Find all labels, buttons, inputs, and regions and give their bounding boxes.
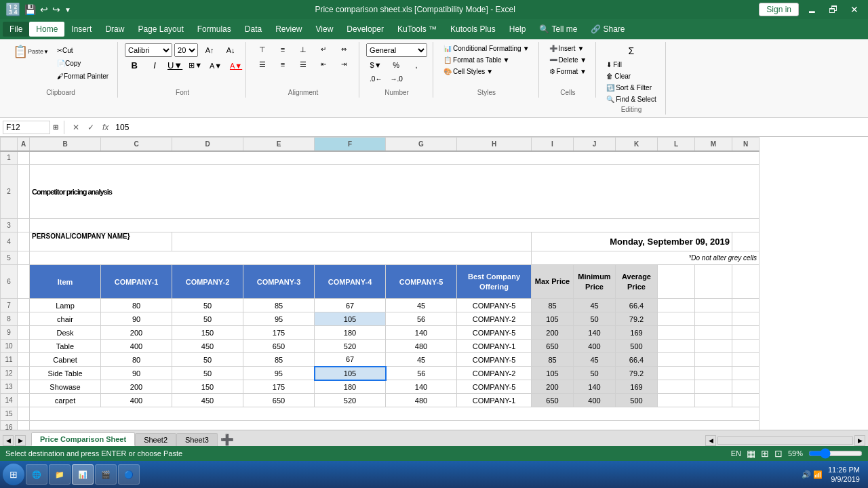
cell-n7[interactable]	[732, 299, 760, 312]
cell-e8[interactable]: 95	[243, 312, 315, 326]
cell-e9[interactable]: 175	[243, 326, 315, 340]
cell-j10[interactable]: 400	[574, 340, 616, 353]
cell-i12[interactable]: 105	[532, 367, 574, 380]
cell-g7[interactable]: 45	[386, 299, 457, 312]
minimize-button[interactable]: 🗕	[803, 4, 821, 15]
cell-n11[interactable]	[732, 353, 760, 367]
cell-a5[interactable]	[18, 251, 30, 265]
cell-a10[interactable]	[18, 340, 30, 353]
sort-filter-button[interactable]: 🔃Sort & Filter	[603, 83, 659, 93]
normal-view-button[interactable]: ▦	[747, 448, 755, 459]
menu-tell-me[interactable]: 🔍Tell me	[532, 22, 584, 37]
menu-draw[interactable]: Draw	[98, 22, 131, 37]
cell-f12[interactable]: 105	[315, 367, 386, 380]
copy-button[interactable]: 📄Copy	[54, 58, 112, 69]
formula-input[interactable]	[114, 121, 865, 134]
decrease-indent-button[interactable]: ⇤	[314, 58, 333, 71]
find-select-button[interactable]: 🔍Find & Select	[603, 94, 659, 104]
cell-b6-item-header[interactable]: Item	[30, 265, 101, 299]
conditional-formatting-button[interactable]: 📊Conditional Formatting▼	[440, 43, 533, 54]
cell-b13[interactable]: Showase	[30, 380, 101, 394]
align-bottom-button[interactable]: ⊥	[294, 43, 313, 56]
autosum-button[interactable]: Σ	[603, 43, 659, 58]
taskbar-chrome[interactable]: 🔵	[118, 464, 140, 485]
cell-a1[interactable]	[18, 151, 30, 165]
cell-e13[interactable]: 175	[243, 380, 315, 394]
cell-g6-co5[interactable]: COMPANY-5	[386, 265, 457, 299]
cell-m7[interactable]	[695, 299, 732, 312]
cell-c13[interactable]: 200	[101, 380, 172, 394]
cell-f7[interactable]: 67	[315, 299, 386, 312]
cell-d9[interactable]: 150	[172, 326, 243, 340]
menu-developer[interactable]: Developer	[340, 22, 391, 37]
cell-h7[interactable]: COMPANY-5	[457, 299, 532, 312]
merge-center-button[interactable]: ⇔	[334, 43, 353, 56]
cell-l12[interactable]	[658, 367, 695, 380]
cell-m10[interactable]	[695, 340, 732, 353]
cell-h4-date[interactable]: Monday, September 09, 2019	[532, 232, 732, 251]
cell-f10[interactable]: 520	[315, 340, 386, 353]
taskbar-explorer[interactable]: 📁	[49, 464, 71, 485]
cell-i7[interactable]: 85	[532, 299, 574, 312]
close-button[interactable]: ✕	[846, 4, 863, 15]
cell-h14[interactable]: COMPANY-1	[457, 394, 532, 407]
cell-n10[interactable]	[732, 340, 760, 353]
start-button[interactable]: ⊞	[3, 464, 24, 485]
cell-d8[interactable]: 50	[172, 312, 243, 326]
cell-k10[interactable]: 500	[616, 340, 658, 353]
cell-n13[interactable]	[732, 380, 760, 394]
cell-e12[interactable]: 95	[243, 367, 315, 380]
cell-e11[interactable]: 85	[243, 353, 315, 367]
grid-wrapper[interactable]: A B C D E F G H I J K L M N	[0, 137, 868, 430]
cell-h6-best[interactable]: Best Company Offering	[457, 265, 532, 299]
menu-page-layout[interactable]: Page Layout	[131, 22, 190, 37]
insert-button[interactable]: ➕Insert ▼	[546, 43, 591, 54]
cell-m9[interactable]	[695, 326, 732, 340]
increase-font-button[interactable]: A↑	[200, 45, 219, 56]
format-button[interactable]: ⚙Format ▼	[546, 66, 591, 77]
cell-g11[interactable]: 45	[386, 353, 457, 367]
cell-l9[interactable]	[658, 326, 695, 340]
cell-g14[interactable]: 480	[386, 394, 457, 407]
cell-m11[interactable]	[695, 353, 732, 367]
cell-f14[interactable]: 520	[315, 394, 386, 407]
align-right-button[interactable]: ☰	[294, 58, 313, 71]
cell-i11[interactable]: 85	[532, 353, 574, 367]
cell-a9[interactable]	[18, 326, 30, 340]
currency-button[interactable]: $▼	[366, 59, 385, 71]
col-header-c[interactable]: C	[101, 138, 172, 151]
cell-e14[interactable]: 650	[243, 394, 315, 407]
menu-view[interactable]: View	[309, 22, 340, 37]
cell-j9[interactable]: 140	[574, 326, 616, 340]
cell-l11[interactable]	[658, 353, 695, 367]
cell-b8[interactable]: chair	[30, 312, 101, 326]
quick-redo[interactable]: ↪	[52, 4, 60, 15]
percent-button[interactable]: %	[387, 59, 406, 71]
col-header-f[interactable]: F	[315, 138, 386, 151]
restore-button[interactable]: 🗗	[825, 4, 842, 15]
cell-d14[interactable]: 450	[172, 394, 243, 407]
menu-kutools[interactable]: KuTools ™	[391, 22, 443, 37]
cell-b16[interactable]	[30, 421, 760, 430]
increase-indent-button[interactable]: ⇥	[334, 58, 353, 71]
cell-f6-co4[interactable]: COMPANY-4	[315, 265, 386, 299]
paste-button[interactable]: 📋 Paste ▼	[9, 43, 52, 60]
cell-b11[interactable]: Cabnet	[30, 353, 101, 367]
cell-h8[interactable]: COMPANY-2	[457, 312, 532, 326]
comma-button[interactable]: ,	[407, 59, 426, 71]
cell-i9[interactable]: 200	[532, 326, 574, 340]
cell-n6[interactable]	[732, 265, 760, 299]
cell-f11[interactable]: 67	[315, 353, 386, 367]
cell-b15[interactable]	[30, 407, 760, 421]
cell-c9[interactable]: 200	[101, 326, 172, 340]
cell-n4[interactable]	[732, 232, 760, 251]
cell-l13[interactable]	[658, 380, 695, 394]
col-header-g[interactable]: G	[386, 138, 457, 151]
cell-styles-button[interactable]: 🎨Cell Styles▼	[440, 66, 533, 77]
cell-d6-co2[interactable]: COMPANY-2	[172, 265, 243, 299]
col-header-e[interactable]: E	[243, 138, 315, 151]
cell-a7[interactable]	[18, 299, 30, 312]
taskbar-excel[interactable]: 📊	[72, 464, 94, 485]
cell-a14[interactable]	[18, 394, 30, 407]
col-header-i[interactable]: I	[532, 138, 574, 151]
